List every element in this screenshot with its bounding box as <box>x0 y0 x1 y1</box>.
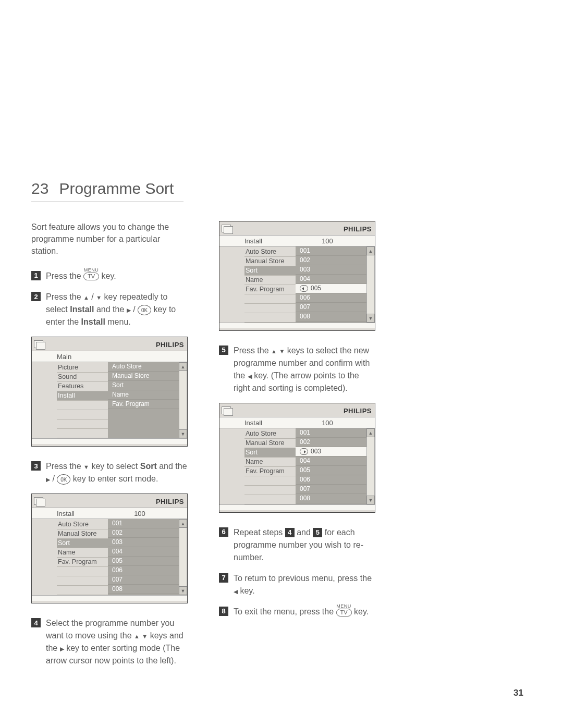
osd-list-item: 002 <box>108 528 179 538</box>
osd-menu-item-blank <box>57 576 108 586</box>
osd-channel-number: 100 <box>296 237 375 245</box>
menu-tv-key-icon: MENU TV <box>336 604 352 616</box>
text: and <box>297 528 313 537</box>
osd-title: Install <box>244 237 296 245</box>
osd-menu-item: Auto Store <box>244 248 296 257</box>
osd-list-item: 001 <box>296 428 366 438</box>
step-2: 2 Press the / key repeatedly to select I… <box>31 291 188 328</box>
osd-scrollbar: ▲▼ <box>366 428 375 504</box>
osd-list-item: 008 <box>108 585 179 594</box>
osd-menu-item: Name <box>244 276 296 285</box>
right-arrow-icon <box>46 474 50 483</box>
osd-scrollbar: ▲▼ <box>366 246 375 323</box>
osd-menu-item-blank <box>57 567 108 576</box>
step-3: 3 Press the key to select Sort and the /… <box>31 460 188 485</box>
brand-label: PHILIPS <box>344 225 372 233</box>
osd-install-005: PHILIPSInstall100Auto StoreManual StoreS… <box>219 221 375 331</box>
cursor-left-icon <box>300 285 308 292</box>
osd-menu-item: Features <box>57 382 108 391</box>
osd-menu-item-blank <box>244 313 296 323</box>
osd-scrollbar: ▲▼ <box>179 519 187 595</box>
osd-menu-item-blank <box>244 304 296 313</box>
brand-label: PHILIPS <box>344 407 372 415</box>
osd-list-item: 002 <box>296 438 366 447</box>
osd-menu-item: Manual Store <box>244 257 296 266</box>
step-8: 8 To exit the menu, press the MENU TV ke… <box>219 606 375 619</box>
up-arrow-icon <box>134 631 140 640</box>
osd-install-sort: PHILIPSInstall100Auto StoreManual StoreS… <box>31 493 188 603</box>
osd-menu-item: Manual Store <box>57 529 108 539</box>
osd-scrollbar: ▲▼ <box>179 362 187 438</box>
osd-list-item: 006 <box>296 475 366 485</box>
step-badge: 4 <box>31 618 41 627</box>
step-4: 4 Select the programme number you want t… <box>31 617 188 667</box>
step-badge: 8 <box>219 607 228 616</box>
text: key. <box>102 272 116 280</box>
osd-list-item: Name <box>108 390 179 400</box>
osd-list-item: Auto Store <box>108 362 179 372</box>
osd-menu-item-blank <box>244 294 296 304</box>
window-icon <box>222 225 233 233</box>
osd-menu-item: Auto Store <box>57 520 108 529</box>
osd-list-item: Manual Store <box>108 372 179 381</box>
text: Press the <box>234 346 271 355</box>
scroll-down-icon: ▼ <box>366 314 375 323</box>
osd-menu-item-blank <box>57 586 108 595</box>
osd-list-item: 005 <box>108 557 179 566</box>
osd-menu-item: Install <box>57 391 108 401</box>
osd-list-item: 008 <box>296 312 366 322</box>
section-title: Programme Sort <box>59 180 174 198</box>
osd-list-item: 001 <box>296 246 366 256</box>
step-5: 5 Press the keys to select the new progr… <box>219 344 375 394</box>
step-1: 1 Press the MENU TV key. <box>31 270 188 283</box>
osd-list-item: 008 <box>296 494 366 503</box>
down-arrow-icon <box>279 346 285 355</box>
text: key. <box>238 586 255 595</box>
osd-list-item: 001 <box>108 519 179 528</box>
text: key to enter sorting mode (The arrow cur… <box>46 644 180 665</box>
osd-list-item: 006 <box>108 566 179 575</box>
down-arrow-icon <box>83 462 89 471</box>
osd-list-item: 004 <box>108 547 179 557</box>
text: To return to previous menu, press the <box>234 574 372 583</box>
scroll-down-icon: ▼ <box>366 496 375 504</box>
osd-menu-item: Sort <box>244 448 296 458</box>
osd-menu-item: Name <box>57 548 108 558</box>
osd-menu-item: Name <box>244 458 296 467</box>
scroll-up-icon: ▲ <box>366 428 375 437</box>
osd-menu-item: Auto Store <box>244 429 296 439</box>
step-badge: 1 <box>31 271 41 280</box>
osd-list-item: 007 <box>296 303 366 312</box>
text: key. <box>354 607 369 616</box>
osd-menu-item: Fav. Program <box>244 285 296 294</box>
step-6: 6 Repeat steps 4 and 5 for each programm… <box>219 526 375 564</box>
scroll-up-icon: ▲ <box>179 362 187 371</box>
osd-title: Install <box>244 419 296 427</box>
window-icon <box>34 497 45 505</box>
text: Press the <box>46 292 83 301</box>
osd-menu-item-blank <box>57 429 108 438</box>
scroll-down-icon: ▼ <box>179 586 187 595</box>
bold-text: Sort <box>140 462 157 471</box>
window-icon <box>222 406 233 415</box>
osd-menu-item: Sort <box>57 539 108 548</box>
step-badge: 5 <box>219 346 228 355</box>
osd-list-item: 004 <box>296 456 366 466</box>
text: Press the <box>46 272 83 280</box>
text: Press the <box>46 462 83 471</box>
down-arrow-icon <box>142 631 148 640</box>
bold-text: Install <box>81 317 105 326</box>
step-badge: 7 <box>219 573 228 583</box>
bold-text: Install <box>70 305 94 314</box>
scroll-up-icon: ▲ <box>179 519 187 528</box>
osd-list-item: 002 <box>296 256 366 265</box>
right-arrow-icon <box>60 644 64 652</box>
section-header: 23 Programme Sort <box>31 180 183 202</box>
step-badge: 6 <box>219 527 228 537</box>
text: Repeat steps <box>234 528 285 537</box>
left-arrow-icon <box>234 586 238 595</box>
osd-menu-item: Fav. Program <box>244 467 296 476</box>
right-arrow-icon <box>127 305 131 314</box>
osd-channel-number: 100 <box>296 419 375 427</box>
intro-text: Sort feature allows you to change the pr… <box>31 221 188 257</box>
